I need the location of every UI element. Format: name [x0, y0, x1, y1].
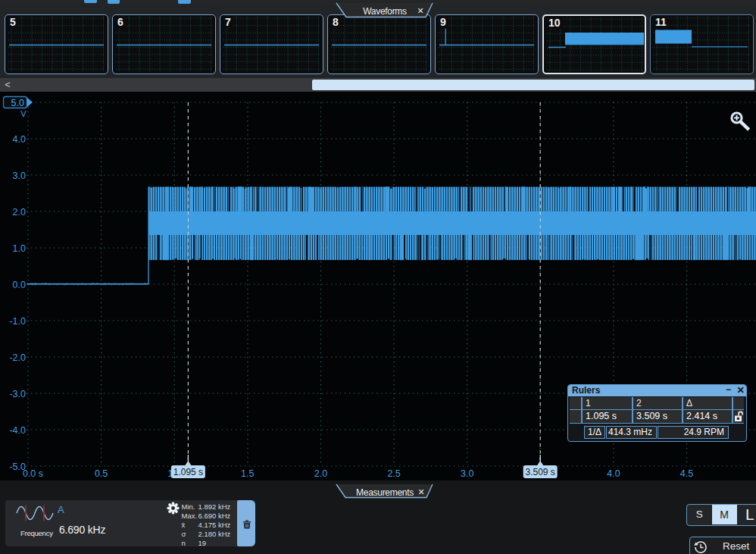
svg-text:✕: ✕ [417, 6, 423, 15]
svg-text:Measurements: Measurements [356, 487, 414, 498]
svg-text:5.0: 5.0 [11, 98, 24, 108]
svg-text:-4.0: -4.0 [9, 425, 26, 436]
svg-text:V: V [20, 109, 27, 118]
svg-text:-3.0: -3.0 [9, 389, 26, 399]
svg-text:0.5: 0.5 [95, 468, 108, 479]
svg-text:3.0: 3.0 [461, 468, 473, 479]
svg-text:2.0: 2.0 [314, 468, 327, 479]
svg-text:1.5: 1.5 [241, 468, 254, 479]
svg-text:3.0: 3.0 [13, 171, 26, 181]
svg-text:-1.0: -1.0 [9, 316, 26, 327]
svg-text:4.0: 4.0 [607, 468, 620, 479]
svg-text:0.0 s: 0.0 s [23, 468, 43, 479]
svg-text:Waveforms: Waveforms [363, 6, 407, 17]
svg-text:0.0: 0.0 [13, 280, 26, 290]
svg-text:✕: ✕ [417, 487, 424, 496]
svg-text:1.095 s: 1.095 s [173, 467, 203, 477]
svg-text:2.0: 2.0 [13, 207, 26, 218]
svg-text:1.0: 1.0 [13, 243, 26, 254]
svg-text:4.5: 4.5 [680, 468, 693, 479]
svg-text:-2.0: -2.0 [9, 352, 26, 363]
svg-text:4.0: 4.0 [13, 134, 26, 145]
svg-text:2.5: 2.5 [387, 468, 400, 479]
svg-text:3.509 s: 3.509 s [526, 467, 555, 477]
